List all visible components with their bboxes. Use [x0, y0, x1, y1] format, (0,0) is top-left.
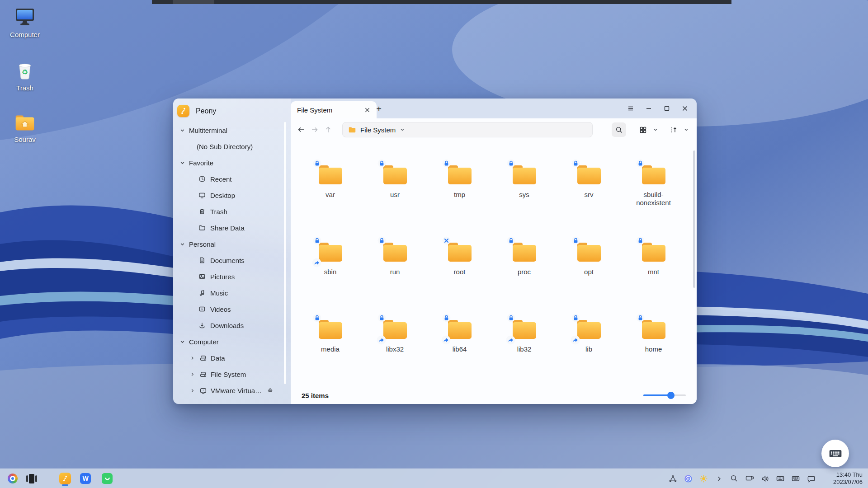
- sidebar-group-favorite[interactable]: Favorite: [173, 155, 291, 171]
- sidebar-item-desktop[interactable]: Desktop: [173, 187, 291, 203]
- folder-item-lib[interactable]: lib: [557, 296, 621, 374]
- folder-label: opt: [584, 268, 594, 276]
- taskbar-app-appcenter[interactable]: [100, 470, 114, 487]
- new-tab-button[interactable]: +: [373, 103, 385, 115]
- desktop-icon-home-folder[interactable]: Sourav: [5, 113, 44, 143]
- folder-item-proc[interactable]: proc: [492, 219, 557, 296]
- folder-item-opt[interactable]: opt: [557, 219, 621, 296]
- content-pane: File System: [291, 118, 697, 404]
- folder-item-root[interactable]: root: [427, 219, 492, 296]
- folder-item-sys[interactable]: sys: [492, 142, 557, 219]
- folder-label: srv: [585, 191, 594, 199]
- chevron-right-icon[interactable]: [189, 371, 195, 377]
- search-icon[interactable]: [729, 472, 740, 485]
- window-menu-button[interactable]: [624, 102, 637, 115]
- zoom-slider-thumb[interactable]: [667, 392, 675, 399]
- sidebar-item-data[interactable]: Data: [173, 350, 291, 366]
- clock-date: 2023/07/06: [823, 479, 863, 486]
- chevron-down-icon: [179, 338, 185, 345]
- brightness-icon[interactable]: [698, 472, 709, 485]
- folder-label: tmp: [454, 191, 465, 199]
- virtual-keyboard-button[interactable]: [821, 440, 849, 467]
- sidebar-item-recent[interactable]: Recent: [173, 171, 291, 187]
- toolbar: File System: [291, 118, 697, 141]
- taskbar-app-wps[interactable]: W: [79, 470, 92, 487]
- folder-item-tmp[interactable]: tmp: [427, 142, 492, 219]
- zoom-slider[interactable]: [643, 391, 686, 399]
- desktop-icon-computer[interactable]: Computer: [5, 6, 44, 38]
- lock-badge: [442, 314, 451, 322]
- folder-item-sbin[interactable]: sbin: [298, 219, 363, 296]
- forward-button[interactable]: [308, 123, 321, 136]
- search-button[interactable]: [612, 122, 626, 137]
- back-button[interactable]: [294, 123, 308, 136]
- sidebar-group-computer[interactable]: Computer: [173, 333, 291, 350]
- sidebar-item-music[interactable]: Music: [173, 285, 291, 301]
- folder-item-run[interactable]: run: [363, 219, 427, 296]
- sidebar-item-file-system[interactable]: File System: [173, 366, 291, 382]
- sidebar-list: Multiterminal (No Sub Directory) Favorit…: [173, 122, 291, 399]
- sidebar-item-no-sub-directory[interactable]: (No Sub Directory): [173, 138, 291, 155]
- taskbar-app-peony[interactable]: [58, 470, 72, 487]
- trash-icon: [198, 207, 206, 216]
- sidebar-item-videos[interactable]: Videos: [173, 301, 291, 317]
- view-mode-dropdown-icon[interactable]: [651, 125, 660, 135]
- up-button[interactable]: [321, 123, 335, 136]
- address-bar[interactable]: File System: [342, 122, 593, 137]
- folder-item-srv[interactable]: srv: [557, 142, 621, 219]
- content-scrollbar[interactable]: [693, 150, 695, 288]
- minimize-button[interactable]: [642, 102, 655, 115]
- chevron-right-icon[interactable]: [189, 387, 195, 394]
- folder-item-lib64[interactable]: lib64: [427, 296, 492, 374]
- sidebar-group-multiterminal[interactable]: Multiterminal: [173, 122, 291, 138]
- folder-item-media[interactable]: media: [298, 296, 363, 374]
- taskbar-app-browser[interactable]: [6, 470, 19, 487]
- chevron-down-icon: [179, 241, 185, 247]
- sidebar-item-pictures[interactable]: Pictures: [173, 268, 291, 285]
- folder-item-usr[interactable]: usr: [363, 142, 427, 219]
- close-button[interactable]: [679, 102, 691, 115]
- tab-file-system[interactable]: File System: [291, 101, 377, 118]
- window-main: File System +: [291, 99, 697, 404]
- tab-close-icon[interactable]: [362, 105, 372, 115]
- sidebar-item-share-data[interactable]: Share Data: [173, 220, 291, 236]
- folder-item-home[interactable]: home: [621, 296, 686, 374]
- folder-icon: [639, 163, 668, 187]
- sort-button[interactable]: [667, 123, 680, 136]
- input-method-icon[interactable]: [683, 472, 693, 485]
- touch-keyboard-icon[interactable]: [790, 472, 801, 485]
- chevron-right-icon[interactable]: [189, 355, 195, 361]
- sidebar-item-downloads[interactable]: Downloads: [173, 317, 291, 333]
- network-icon[interactable]: [744, 472, 755, 485]
- sort-dropdown-icon[interactable]: [682, 125, 690, 135]
- home-folder-icon: [14, 113, 36, 133]
- taskbar-app-multiterminal[interactable]: [25, 470, 38, 487]
- chevron-down-icon: [400, 127, 405, 132]
- sidebar-scrollbar[interactable]: [284, 122, 286, 384]
- maximize-button[interactable]: [660, 102, 673, 115]
- folder-item-var[interactable]: var: [298, 142, 363, 219]
- sidebar-group-label: Multiterminal: [189, 127, 227, 134]
- sidebar-item-documents[interactable]: Documents: [173, 252, 291, 268]
- keyboard-icon[interactable]: [775, 472, 786, 485]
- folder-icon: [445, 240, 474, 264]
- sidebar-item-trash[interactable]: Trash: [173, 203, 291, 220]
- folder-item-libx32[interactable]: libx32: [363, 296, 427, 374]
- view-mode-button[interactable]: [636, 123, 650, 136]
- trash-icon: ♻: [14, 60, 36, 81]
- tray-expand-icon[interactable]: [713, 472, 724, 485]
- taskbar-clock[interactable]: 13:40 Thu 2023/07/06: [823, 471, 863, 486]
- folder-item-mnt[interactable]: mnt: [621, 219, 686, 296]
- items-count: 25 items: [302, 392, 329, 399]
- folder-item-sbuild-nonexistent[interactable]: sbuild-nonexistent: [621, 142, 686, 219]
- desktop-icon-trash[interactable]: ♻ Trash: [5, 60, 44, 92]
- folder-item-lib32[interactable]: lib32: [492, 296, 557, 374]
- share-nodes-icon[interactable]: [667, 472, 678, 485]
- eject-icon[interactable]: [267, 387, 274, 394]
- tab-label: File System: [297, 106, 362, 114]
- notifications-icon[interactable]: [806, 472, 816, 485]
- folder-label: lib32: [517, 345, 532, 353]
- volume-icon[interactable]: [760, 472, 770, 485]
- sidebar-item-vmware-media[interactable]: VMware Virtua…: [173, 382, 291, 399]
- sidebar-group-personal[interactable]: Personal: [173, 236, 291, 252]
